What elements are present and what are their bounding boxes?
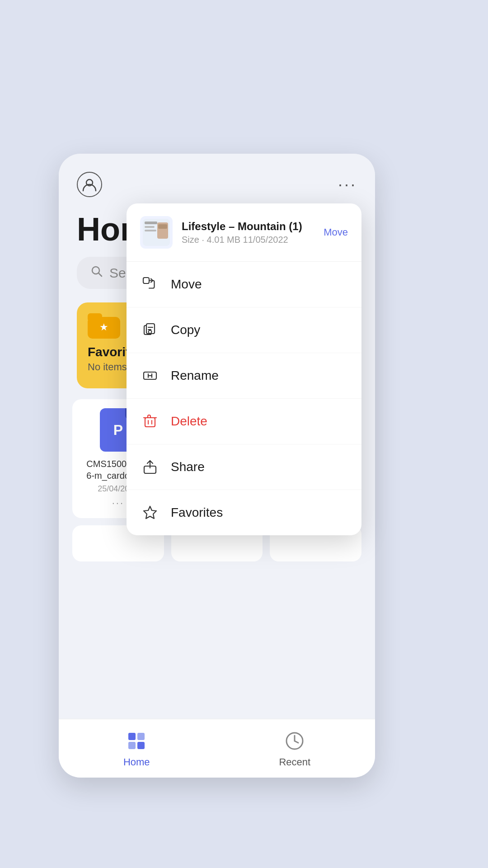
star-icon: ★ xyxy=(99,321,108,333)
recent-nav-label: Recent xyxy=(279,756,310,768)
avatar-button[interactable] xyxy=(77,172,102,197)
ctx-menu-copy[interactable]: Copy xyxy=(127,307,361,353)
home-nav-icon xyxy=(125,729,148,753)
svg-rect-5 xyxy=(128,742,136,749)
file-more[interactable]: ··· xyxy=(112,497,124,509)
ctx-menu-favorites[interactable]: Favorites xyxy=(127,490,361,535)
thumbnail-svg xyxy=(143,219,170,246)
search-icon xyxy=(90,265,103,281)
svg-rect-11 xyxy=(145,230,156,231)
recent-nav-icon xyxy=(283,729,306,753)
ctx-menu-share[interactable]: Share xyxy=(127,444,361,490)
ctx-rename-label: Rename xyxy=(171,368,219,383)
rename-icon xyxy=(140,366,160,386)
copy-icon xyxy=(140,320,160,340)
move-icon xyxy=(140,274,160,294)
svg-line-2 xyxy=(99,273,102,276)
svg-rect-10 xyxy=(145,226,155,228)
ctx-menu-rename[interactable]: Rename xyxy=(127,353,361,399)
ctx-share-label: Share xyxy=(171,460,205,474)
svg-rect-6 xyxy=(137,742,145,749)
top-bar: ··· xyxy=(59,154,375,202)
ctx-file-meta: Size · 4.01 MB 11/05/2022 xyxy=(182,235,314,245)
svg-rect-16 xyxy=(146,324,155,334)
svg-rect-13 xyxy=(158,224,167,229)
favorites-star-icon xyxy=(140,503,160,523)
svg-rect-14 xyxy=(143,278,149,283)
ctx-copy-label: Copy xyxy=(171,323,200,337)
home-nav-label: Home xyxy=(123,756,150,768)
context-menu: Lifestyle – Mountain (1) Size · 4.01 MB … xyxy=(127,203,361,535)
ctx-move-label: Move xyxy=(171,277,202,292)
share-icon xyxy=(140,457,160,477)
ctx-menu-delete[interactable]: Delete xyxy=(127,399,361,444)
ctx-favorites-label: Favorites xyxy=(171,505,223,520)
nav-recent[interactable]: Recent xyxy=(279,729,310,768)
folder-icon: ★ xyxy=(88,313,120,339)
more-button[interactable]: ··· xyxy=(338,175,357,194)
ctx-move-quick-button[interactable]: Move xyxy=(324,226,348,238)
ctx-file-info: Lifestyle – Mountain (1) Size · 4.01 MB … xyxy=(182,220,314,245)
svg-rect-4 xyxy=(137,733,145,740)
svg-rect-23 xyxy=(145,418,155,427)
nav-home[interactable]: Home xyxy=(123,729,150,768)
ctx-delete-label: Delete xyxy=(171,414,207,429)
ctx-file-header: Lifestyle – Mountain (1) Size · 4.01 MB … xyxy=(127,203,361,262)
ctx-file-name: Lifestyle – Mountain (1) xyxy=(182,220,314,233)
ctx-file-thumbnail xyxy=(140,216,173,249)
svg-marker-28 xyxy=(144,506,156,519)
delete-icon xyxy=(140,411,160,431)
user-icon xyxy=(82,177,97,192)
svg-rect-9 xyxy=(145,222,157,224)
ctx-menu-move[interactable]: Move xyxy=(127,262,361,307)
svg-rect-3 xyxy=(128,733,136,740)
bottom-nav: Home Recent xyxy=(59,719,375,778)
